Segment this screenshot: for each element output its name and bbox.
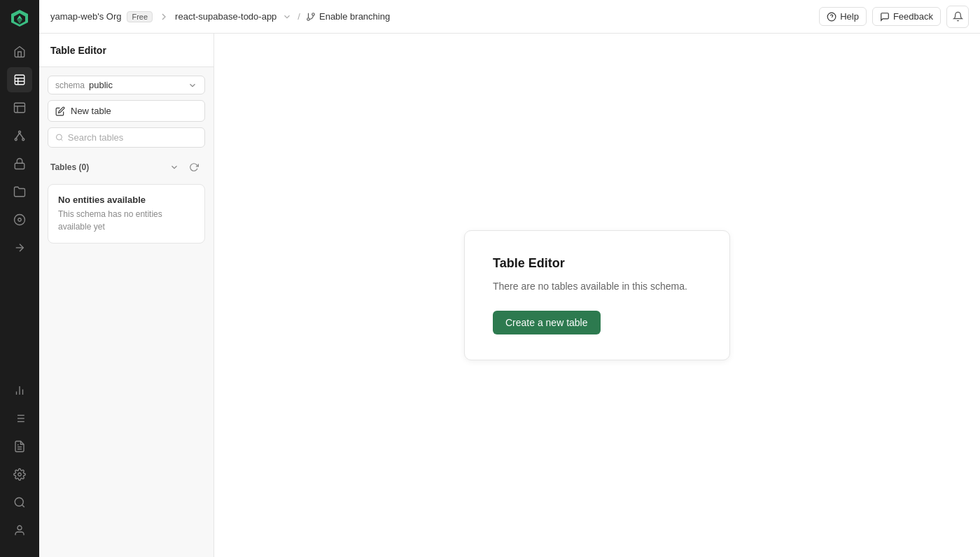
help-button[interactable]: Help (819, 7, 867, 26)
branch-label[interactable]: Enable branching (319, 11, 390, 22)
settings-nav-icon[interactable] (7, 462, 32, 487)
svg-line-15 (20, 133, 23, 139)
table-editor-nav-icon[interactable] (7, 67, 32, 92)
svg-point-40 (56, 134, 62, 140)
tables-header: Tables (0) (48, 156, 205, 178)
topbar-breadcrumb: yamap-web's Org Free react-supabase-todo… (50, 11, 813, 22)
api-docs-nav-icon[interactable] (7, 434, 32, 459)
global-topbar: yamap-web's Org Free react-supabase-todo… (39, 0, 980, 34)
breadcrumb-sep: / (298, 11, 300, 22)
svg-rect-4 (15, 75, 24, 85)
svg-rect-16 (15, 163, 24, 169)
schema-value-text: public (89, 80, 113, 90)
feedback-icon (880, 12, 890, 22)
svg-point-11 (19, 131, 21, 133)
no-entities-desc: This schema has no entities available ye… (58, 208, 195, 233)
svg-point-36 (312, 13, 315, 15)
sidebar-content: schema public New table (39, 67, 214, 252)
topbar-actions: Help Feedback (819, 6, 969, 28)
bell-icon (953, 11, 963, 22)
search-input[interactable] (68, 132, 197, 143)
svg-line-14 (16, 133, 20, 139)
feedback-button[interactable]: Feedback (872, 7, 941, 26)
org-plan-badge: Free (127, 11, 153, 22)
svg-line-41 (61, 139, 62, 141)
icon-rail (0, 0, 39, 557)
search-icon (55, 133, 64, 142)
svg-rect-8 (15, 103, 25, 113)
no-entities-box: No entities available This schema has no… (48, 184, 205, 244)
main-layout: yamap-web's Org Free react-supabase-todo… (39, 0, 980, 557)
collapse-icon[interactable] (166, 159, 183, 176)
no-entities-title: No entities available (58, 195, 195, 205)
project-chevron-icon (282, 12, 292, 22)
svg-point-12 (15, 139, 17, 141)
svg-point-32 (15, 498, 23, 506)
branch-icon (306, 12, 316, 22)
create-new-table-button[interactable]: Create a new table (493, 311, 601, 334)
tables-header-actions (166, 159, 202, 176)
edit-icon (55, 106, 65, 116)
breadcrumb-chevron-1 (158, 11, 169, 22)
main-content: Table Editor There are no tables availab… (214, 34, 980, 557)
schema-selector[interactable]: schema public (48, 76, 205, 94)
search-box (48, 127, 205, 148)
realtime-nav-icon[interactable] (7, 207, 32, 232)
project-name[interactable]: react-supabase-todo-app (175, 11, 276, 22)
sidebar-page-title: Table Editor (50, 45, 106, 56)
schema-chevron-icon (188, 80, 197, 90)
tables-count-label: Tables (0) (50, 162, 166, 172)
feedback-label: Feedback (893, 11, 933, 22)
logs-nav-icon[interactable] (7, 406, 32, 431)
reports-nav-icon[interactable] (7, 378, 32, 403)
sidebar-header: Table Editor (39, 34, 214, 67)
functions-nav-icon[interactable] (7, 235, 32, 260)
schema-nav-icon[interactable] (7, 123, 32, 148)
svg-point-18 (18, 218, 22, 222)
app-logo[interactable] (10, 8, 29, 28)
refresh-icon[interactable] (186, 159, 202, 176)
auth-nav-icon[interactable] (7, 151, 32, 176)
sidebar: Table Editor schema public New table (39, 34, 214, 557)
svg-point-34 (18, 526, 22, 530)
org-name[interactable]: yamap-web's Org (50, 11, 121, 22)
help-label: Help (840, 11, 859, 22)
schema-label-text: schema (55, 80, 85, 90)
editor-card-desc: There are no tables available in this sc… (493, 279, 701, 294)
svg-point-31 (18, 473, 22, 477)
branch-section: Enable branching (306, 11, 390, 22)
search-nav-icon[interactable] (7, 490, 32, 515)
sql-editor-nav-icon[interactable] (7, 95, 32, 120)
svg-point-37 (307, 17, 310, 20)
notifications-button[interactable] (946, 6, 969, 28)
svg-point-13 (22, 139, 24, 141)
svg-line-33 (22, 505, 24, 507)
help-icon (827, 12, 836, 22)
home-nav-icon[interactable] (7, 39, 32, 64)
storage-nav-icon[interactable] (7, 179, 32, 204)
editor-card-title: Table Editor (493, 256, 701, 271)
new-table-label: New table (71, 106, 111, 116)
svg-point-17 (15, 215, 25, 225)
user-nav-icon[interactable] (7, 518, 32, 543)
editor-card: Table Editor There are no tables availab… (464, 230, 730, 360)
new-table-button[interactable]: New table (48, 100, 205, 122)
